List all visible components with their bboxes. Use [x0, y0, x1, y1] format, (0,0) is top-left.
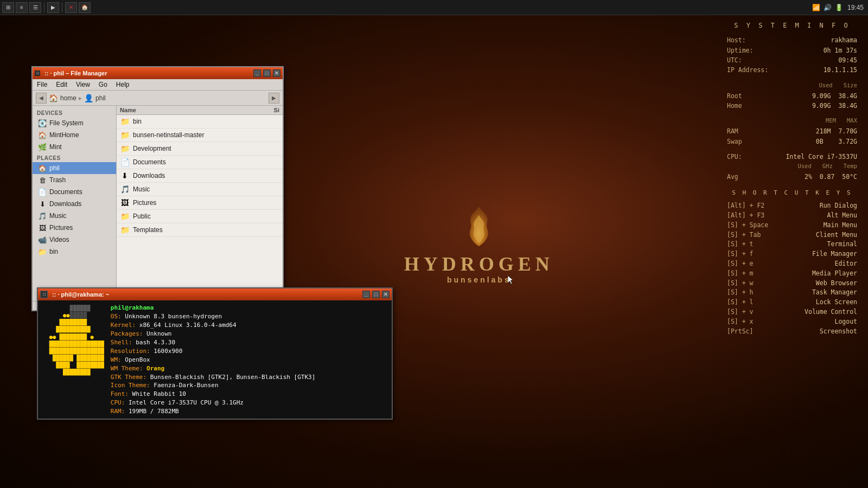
sidebar-item-minthome[interactable]: 🏠 MintHome — [33, 129, 116, 141]
ip-label: IP Address: — [727, 65, 776, 75]
phil-icon: 🏠 — [38, 164, 47, 172]
col-temp: Temp — [844, 162, 857, 171]
terminal-maximize[interactable]: □ — [372, 291, 380, 298]
table-row[interactable]: ⬇ Downloads — [117, 169, 283, 183]
taskbar-icon-2[interactable]: ≡ — [16, 2, 28, 13]
host-row: Host: rakhama — [727, 35, 857, 45]
mint-icon: 🌿 — [38, 143, 47, 151]
taskbar-icon-6[interactable]: 🏠 — [79, 2, 91, 13]
sidebar-item-documents[interactable]: 📄 Documents — [33, 186, 116, 198]
shortcut-key: [S] + m — [727, 269, 787, 279]
file-name: Documents — [133, 158, 254, 166]
terminal-title: :: ∙ phil@rakhama: ~ — [50, 291, 360, 298]
table-row[interactable]: 🎵 Music — [117, 183, 283, 196]
taskbar-sep-2 — [62, 3, 62, 12]
neofetch-info: phil@rakhama OS: Unknown 8.3 bunsen-hydr… — [111, 304, 316, 416]
maximize-button[interactable]: □ — [263, 69, 271, 77]
shortcut-row: [S] + mMedia Player — [727, 269, 857, 279]
battery-icon: 🔋 — [835, 4, 843, 11]
shortcut-row: [Alt] + F2Run Dialog — [727, 201, 857, 211]
terminal-close[interactable]: ✕ — [382, 291, 390, 298]
bunsenlabs-rest: labs — [487, 275, 511, 284]
shortcut-row: [Alt] + F3Alt Menu — [727, 211, 857, 221]
file-icon: 📁 — [120, 130, 130, 140]
terminal-window: ∷ :: ∙ phil@rakhama: ~ _ □ ✕ ▓▓▓▓▓▓ ●●▓▓… — [37, 287, 393, 420]
sidebar-item-phil[interactable]: 🏠 phil — [33, 162, 116, 174]
neofetch-art: ▓▓▓▓▓▓ ●●▓▓▓▓▓ ████████ ██████████ ●● ██… — [42, 304, 104, 416]
table-row[interactable]: 📁 Public — [117, 210, 283, 223]
minimize-button[interactable]: _ — [253, 69, 261, 77]
signal-icon: 📶 — [812, 4, 820, 11]
shortcut-action: Media Player — [812, 269, 857, 279]
taskbar: ⊞ ≡ ☰ ▶ ✕ 🏠 📶 🔊 🔋 19:45 — [0, 0, 868, 15]
shortcut-action: Lock Screen — [816, 298, 857, 307]
home-used: 9.09G 38.4G — [812, 101, 857, 111]
videos-icon: 📹 — [38, 235, 47, 244]
table-row[interactable]: 📁 bunsen-netinstall-master — [117, 129, 283, 142]
shortcut-key: [S] + f — [727, 249, 787, 259]
table-row[interactable]: 📁 bin — [117, 115, 283, 129]
clock: 19:45 — [847, 4, 864, 11]
table-row[interactable]: 📁 Development — [117, 142, 283, 156]
sidebar-item-mint[interactable]: 🌿 Mint — [33, 141, 116, 153]
menu-file[interactable]: File — [35, 80, 49, 89]
shortcut-key: [S] + e — [727, 259, 787, 269]
sidebar-item-filesystem[interactable]: 💽 File System — [33, 117, 116, 129]
sidebar-item-downloads[interactable]: ⬇ Downloads — [33, 198, 116, 210]
file-manager-titlebar[interactable]: ∷ :: ∙ phil – File Manager _ □ ✕ — [33, 67, 283, 79]
taskbar-icon-5[interactable]: ✕ — [65, 2, 77, 13]
col-max-label: MAX — [847, 116, 857, 125]
breadcrumb-home[interactable]: home — [60, 94, 76, 102]
places-header: PLACES — [33, 153, 116, 162]
table-row[interactable]: 📁 Templates — [117, 223, 283, 237]
shortcut-title: S H O R T C U T K E Y S — [727, 188, 857, 198]
sidebar-item-trash[interactable]: 🗑 Trash — [33, 174, 116, 186]
shortcut-key: [S] + v — [727, 307, 787, 317]
cpu-col-headers: Used GHz Temp — [727, 162, 857, 171]
shortcut-key: [S] + Tab — [727, 230, 787, 240]
file-manager-title: :: ∙ phil – File Manager — [42, 70, 251, 76]
terminal-minimize[interactable]: _ — [362, 291, 370, 298]
table-row[interactable]: 📄 Documents — [117, 156, 283, 169]
taskbar-icon-4[interactable]: ▶ — [47, 2, 59, 13]
shortcut-row: [S] + TabClient Menu — [727, 230, 857, 240]
terminal-body[interactable]: ▓▓▓▓▓▓ ●●▓▓▓▓▓ ████████ ██████████ ●● ██… — [38, 300, 392, 419]
close-button[interactable]: ✕ — [273, 69, 280, 77]
filelist-header: Name Si — [117, 106, 283, 115]
sidebar-item-bin[interactable]: 📁 bin — [33, 246, 116, 258]
forward-button[interactable]: ▶ — [269, 93, 279, 104]
shortcut-action: Terminal — [827, 240, 857, 249]
neofetch-resolution: Resolution: 868x488 — [111, 347, 316, 356]
taskbar-icon-3[interactable]: ☰ — [29, 2, 41, 13]
avg-value: 2% 0.87 50°C — [805, 172, 857, 182]
back-button[interactable]: ◀ — [36, 93, 47, 104]
menu-help[interactable]: Help — [114, 80, 132, 89]
terminal-titlebar[interactable]: ∷ :: ∙ phil@rakhama: ~ _ □ ✕ — [38, 288, 392, 300]
file-name: Public — [133, 213, 254, 220]
shortcut-key: [S] + h — [727, 288, 787, 298]
file-name: bunsen-netinstall-master — [133, 131, 254, 139]
utc-label: UTC: — [727, 55, 776, 65]
devices-header: DEVICES — [33, 108, 116, 117]
sidebar-item-music[interactable]: 🎵 Music — [33, 210, 116, 222]
menu-edit[interactable]: Edit — [54, 80, 69, 89]
neofetch-font: Font: White Rabbit 10 — [111, 390, 316, 399]
taskbar-icon-1[interactable]: ⊞ — [2, 2, 14, 13]
menu-go[interactable]: Go — [97, 80, 110, 89]
phil-breadcrumb-icon: 👤 — [84, 94, 93, 102]
breadcrumb-phil[interactable]: phil — [95, 94, 106, 102]
shortcut-key: [S] + Space — [727, 221, 787, 230]
sidebar-item-videos[interactable]: 📹 Videos — [33, 234, 116, 246]
shortcuts-section: S H O R T C U T K E Y S [Alt] + F2Run Di… — [727, 188, 857, 336]
music-icon: 🎵 — [38, 211, 47, 220]
ip-row: IP Address: 10.1.1.15 — [727, 65, 857, 75]
utc-row: UTC: 09:45 — [727, 55, 857, 65]
volume-icon: 🔊 — [824, 4, 832, 11]
table-row[interactable]: 🖼 Pictures — [117, 196, 283, 210]
neofetch-icons: Icon Theme: Faenza-Dark-Bunsen — [111, 381, 316, 390]
phil-label: phil — [49, 164, 60, 172]
file-list: Name Si 📁 bin 📁 bunsen-netinstall-master… — [117, 106, 283, 301]
menu-view[interactable]: View — [74, 80, 92, 89]
sidebar-item-pictures[interactable]: 🖼 Pictures — [33, 222, 116, 234]
breadcrumb: 🏠 home ▸ 👤 phil — [49, 94, 266, 102]
